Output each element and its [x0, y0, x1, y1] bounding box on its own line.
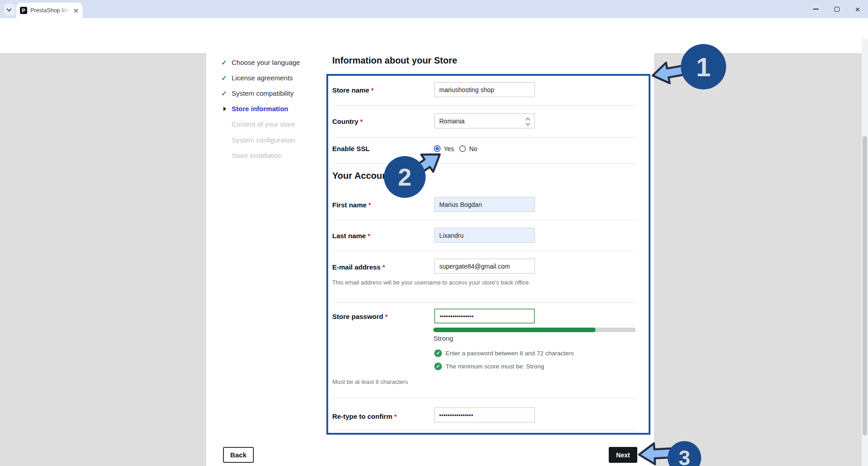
maximize-button[interactable]: [826, 0, 847, 18]
page-title: Information about your Store: [332, 55, 457, 66]
retype-password-input[interactable]: [434, 407, 535, 422]
retype-label: Re-type to confirm*: [332, 412, 397, 420]
check-icon: ✓: [221, 74, 227, 83]
divider: [332, 105, 636, 106]
check-circle-icon: ✓: [434, 349, 442, 357]
active-step-arrow-icon: [223, 107, 226, 111]
required-asterisk: *: [371, 86, 374, 94]
country-selected-value: Romania: [439, 118, 465, 125]
store-name-label: Store name*: [332, 86, 374, 94]
chevron-down-icon: [6, 6, 11, 11]
divider: [332, 398, 636, 398]
account-section-title: Your Account: [332, 171, 391, 181]
country-select[interactable]: Romania: [434, 113, 535, 128]
back-button[interactable]: Back: [223, 447, 254, 463]
browser-tab[interactable]: P PrestaShop Ins ✕: [16, 3, 82, 18]
divider: [332, 430, 636, 430]
required-asterisk: *: [385, 313, 388, 320]
annotation-badge-2: 2: [384, 156, 426, 198]
select-stepper-icon: [526, 118, 530, 126]
sidebar-step-store-information: Store information: [232, 104, 288, 113]
annotation-badge-1: 1: [681, 44, 726, 89]
sidebar-step-license: License agreements: [232, 74, 293, 83]
sidebar-step-configuration: System configuration: [232, 136, 295, 145]
ssl-yes-label[interactable]: Yes: [444, 145, 454, 152]
password-check-text: Enter a password between 8 and 72 charac…: [446, 350, 574, 357]
ssl-no-radio[interactable]: [459, 145, 466, 152]
prestashop-favicon: P: [20, 7, 27, 14]
required-asterisk: *: [383, 263, 385, 271]
divider: [332, 163, 636, 164]
scrollbar-thumb[interactable]: [863, 136, 867, 436]
page-top-band: [0, 39, 868, 53]
sidebar-step-compatibility: System compatibility: [232, 89, 294, 98]
close-icon: ×: [855, 5, 860, 14]
divider: [332, 302, 636, 303]
tab-close-icon[interactable]: ✕: [73, 7, 79, 14]
first-name-input[interactable]: [434, 197, 535, 212]
password-strength-fill: [433, 328, 596, 332]
password-check-item: ✓ Enter a password between 8 and 72 char…: [434, 349, 574, 357]
required-asterisk: *: [360, 118, 363, 125]
divider: [332, 220, 636, 221]
country-label: Country*: [332, 118, 363, 125]
ssl-no-label[interactable]: No: [469, 145, 477, 152]
sidebar-step-content: Content of your store: [232, 120, 295, 129]
next-button[interactable]: Next: [609, 447, 637, 463]
required-asterisk: *: [369, 201, 371, 209]
store-name-input[interactable]: [434, 82, 535, 97]
email-input[interactable]: [434, 259, 535, 274]
password-helper-text: Must be at least 8 characters: [332, 378, 408, 385]
first-name-label: First name*: [332, 201, 371, 209]
divider: [332, 251, 636, 251]
required-asterisk: *: [394, 412, 397, 420]
required-asterisk: *: [368, 232, 370, 240]
minimize-button[interactable]: [805, 0, 826, 18]
password-strength-label: Strong: [433, 334, 453, 342]
divider: [332, 137, 636, 137]
close-button[interactable]: ×: [847, 0, 868, 18]
minimize-icon: [813, 9, 819, 10]
password-check-text: The minimum score must be: Strong: [446, 363, 544, 370]
check-icon: ✓: [221, 89, 227, 98]
window-controls: ×: [805, 0, 868, 18]
last-name-label: Last name*: [332, 232, 370, 240]
tab-search-button[interactable]: [4, 4, 15, 15]
store-password-input[interactable]: [434, 309, 535, 324]
store-password-label: Store password*: [332, 313, 388, 320]
check-icon: ✓: [221, 58, 227, 67]
check-circle-icon: ✓: [434, 363, 442, 370]
email-helper-text: This email address will be your username…: [332, 279, 530, 286]
email-label: E-mail address*: [332, 263, 385, 271]
enable-ssl-label: Enable SSL: [332, 145, 370, 152]
sidebar-step-installation: Store installation: [232, 151, 282, 160]
browser-toolbar: prestashop.mariushosting.synology.me/ins…: [0, 18, 868, 39]
browser-tab-strip: P PrestaShop Ins ✕ ×: [0, 0, 868, 18]
password-check-item: ✓ The minimum score must be: Strong: [434, 362, 544, 370]
maximize-icon: [834, 7, 839, 12]
tab-title: PrestaShop Ins: [30, 7, 70, 14]
last-name-input[interactable]: [434, 228, 535, 243]
sidebar-step-choose-language: Choose your language: [232, 58, 300, 67]
